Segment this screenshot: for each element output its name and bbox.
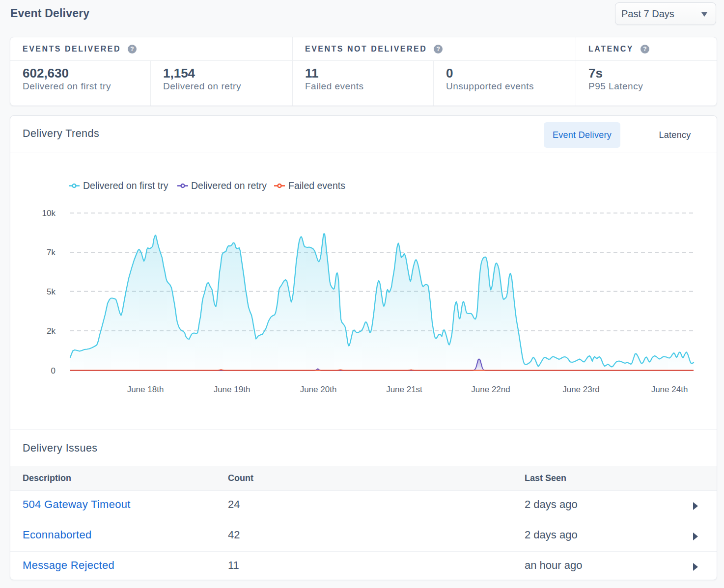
svg-text:June 20th: June 20th — [300, 385, 337, 394]
svg-text:Delivered on first try: Delivered on first try — [83, 180, 168, 191]
svg-text:0: 0 — [51, 366, 56, 375]
svg-text:5k: 5k — [47, 287, 56, 296]
svg-text:June 23rd: June 23rd — [562, 385, 600, 394]
svg-text:June 24th: June 24th — [651, 385, 688, 394]
svg-text:7k: 7k — [47, 248, 56, 257]
svg-text:10k: 10k — [42, 209, 56, 218]
svg-text:June 21st: June 21st — [386, 385, 422, 394]
svg-text:June 18th: June 18th — [127, 385, 164, 394]
svg-text:June 22nd: June 22nd — [471, 385, 510, 394]
svg-text:June 19th: June 19th — [214, 385, 251, 394]
svg-text:2k: 2k — [47, 326, 56, 336]
svg-text:Failed events: Failed events — [288, 180, 345, 191]
svg-text:Delivered on retry: Delivered on retry — [191, 180, 267, 191]
